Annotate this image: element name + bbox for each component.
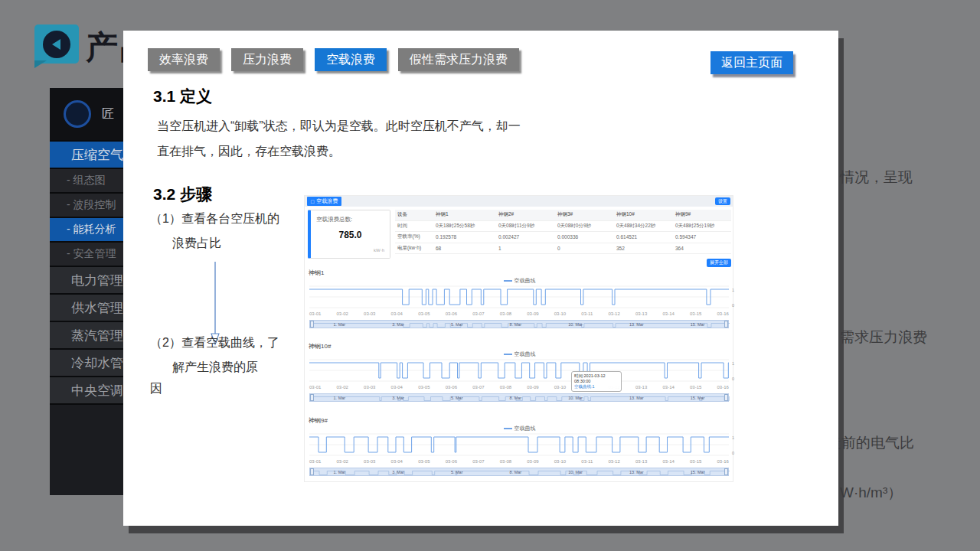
tab-0[interactable]: 效率浪费 xyxy=(148,48,220,71)
chart-navigator[interactable]: 1. Mar3. Mar5. Mar8. Mar10. Mar13. Mar15… xyxy=(309,320,729,328)
sidebar-item-4[interactable]: - 安全管理 xyxy=(50,243,123,267)
table-cell: 0天18时25分58秒 xyxy=(433,223,496,230)
x-tick-label: 03-13 xyxy=(635,311,647,316)
legend-label: 空载曲线 xyxy=(514,425,536,431)
chart-navigator[interactable]: 1. Mar3. Mar5. Mar8. Mar10. Mar13. Mar15… xyxy=(309,393,729,402)
table-row: 电量(kw·h)6810352364 xyxy=(395,243,731,255)
device-table: 设备神钢1神钢2#神钢3#神钢10#神钢9#时间0天18时25分58秒0天08时… xyxy=(395,210,731,254)
x-tick-label: 03-13 xyxy=(635,459,647,464)
x-tick-label: 03-04 xyxy=(391,459,403,464)
tab-2[interactable]: 空载浪费 xyxy=(315,48,387,71)
navigator-handle-left[interactable] xyxy=(310,321,314,328)
stat-value: 785.0 xyxy=(311,230,390,240)
table-cell: 68 xyxy=(433,246,496,251)
table-header-cell: 神钢10# xyxy=(614,211,673,218)
table-header-cell: 神钢1 xyxy=(433,211,496,218)
navigator-label: 1. Mar xyxy=(334,470,346,474)
sidebar-item-2[interactable]: - 波段控制 xyxy=(50,194,123,218)
navigator-handle-right[interactable] xyxy=(724,394,728,401)
table-cell: 时间 xyxy=(395,223,433,230)
definition-heading: 3.1 定义 xyxy=(153,86,212,107)
sidebar-item-0[interactable]: 压缩空气 xyxy=(50,142,123,169)
sidebar-item-5[interactable]: 电力管理 xyxy=(50,267,123,295)
svg-text:1: 1 xyxy=(732,435,734,440)
navigator-label: 5. Mar xyxy=(451,322,463,327)
stat-unit: kW·h xyxy=(374,248,384,253)
step2-text-2: 解产生浪费的原 xyxy=(172,360,258,376)
navigator-handle-right[interactable] xyxy=(724,468,728,475)
x-tick-label: 03-04 xyxy=(391,385,403,390)
x-tick-label: 03-07 xyxy=(472,311,484,316)
tab-1[interactable]: 压力浪费 xyxy=(231,48,303,71)
chart-block-2: 神钢9#空载曲线1003-0103-0203-0303-0403-0503-06… xyxy=(305,416,734,480)
x-tick-label: 03-02 xyxy=(337,311,348,316)
navigator-handle-left[interactable] xyxy=(310,394,314,401)
steps-heading: 3.2 步骤 xyxy=(153,184,212,205)
chart-block-0: 神钢1空载曲线1003-0103-0203-0303-0403-0503-060… xyxy=(305,269,734,332)
navigator-label: 13. Mar xyxy=(629,322,644,327)
x-tick-label: 03-16 xyxy=(717,311,729,316)
navigator-handle-right[interactable] xyxy=(724,321,728,328)
table-cell: 0天48时25分19秒 xyxy=(673,223,731,230)
return-home-button[interactable]: 返回主页面 xyxy=(710,51,793,74)
tab-3[interactable]: 假性需求压力浪费 xyxy=(398,48,519,71)
sidebar-item-6[interactable]: 供水管理 xyxy=(50,295,123,322)
table-cell: 0.002427 xyxy=(496,234,555,240)
svg-text:1: 1 xyxy=(732,288,734,292)
table-row: 空载率(%)0.1925780.0024270.0003360.6145210.… xyxy=(395,232,731,243)
step2-text: （2）查看空载曲线，了 xyxy=(150,335,279,351)
sidebar-item-1[interactable]: - 组态图 xyxy=(50,169,123,194)
navigator-label: 10. Mar xyxy=(568,396,583,400)
chart-title: 神钢1 xyxy=(309,269,324,277)
x-tick-label: 03-11 xyxy=(581,311,593,316)
x-tick-label: 03-04 xyxy=(391,311,403,316)
table-cell: 0天08时0分9秒 xyxy=(555,223,614,230)
chart-navigator[interactable]: 1. Mar3. Mar5. Mar8. Mar10. Mar13. Mar15… xyxy=(309,468,729,476)
navigator-label: 5. Mar xyxy=(451,396,463,400)
x-tick-label: 03-14 xyxy=(662,459,674,464)
chart-x-axis-labels: 03-0103-0203-0303-0403-0503-0603-0703-08… xyxy=(309,459,729,464)
dashboard-header: □ 空载浪费 设置 xyxy=(305,196,733,207)
navigator-label: 3. Mar xyxy=(392,396,404,400)
sidebar-item-7[interactable]: 蒸汽管理 xyxy=(50,322,123,350)
x-tick-label: 03-06 xyxy=(446,459,457,464)
table-header-cell: 神钢3# xyxy=(555,211,614,218)
table-header-cell: 神钢2# xyxy=(496,211,555,218)
x-tick-label: 03-10 xyxy=(554,385,566,390)
definition-text: 当空压机进入“卸载”状态，即认为是空载。此时空压机不产气，却一 直在排气，因此，… xyxy=(157,113,563,164)
x-tick-label: 03-14 xyxy=(662,311,674,316)
x-tick-label: 03-05 xyxy=(418,311,430,316)
table-cell: 空载率(%) xyxy=(395,233,433,240)
settings-button[interactable]: 设置 xyxy=(715,197,730,205)
navigator-handle-left[interactable] xyxy=(310,468,314,475)
legend-label: 空载曲线 xyxy=(514,351,536,357)
x-tick-label: 03-14 xyxy=(662,385,674,390)
x-tick-label: 03-15 xyxy=(690,459,701,464)
x-tick-label: 03-02 xyxy=(337,385,348,390)
table-cell: 0.594347 xyxy=(673,234,731,240)
sidebar-item-8[interactable]: 冷却水管理 xyxy=(50,350,123,377)
table-cell: 0 xyxy=(555,246,614,251)
navigator-label: 13. Mar xyxy=(629,396,644,400)
slide-back-icon[interactable] xyxy=(34,24,79,64)
chart-plot-area[interactable]: 10 xyxy=(309,357,739,383)
navigator-label: 13. Mar xyxy=(629,470,644,474)
chart-tooltip: 时间:2021-03-12 08:30:00空载曲线:1 xyxy=(571,371,622,392)
stat-label: 空载浪费总数: xyxy=(316,216,390,223)
x-tick-label: 03-05 xyxy=(418,459,430,464)
x-tick-label: 03-07 xyxy=(472,459,484,464)
expand-all-button[interactable]: 展开全部 xyxy=(707,259,731,267)
navigator-label: 1. Mar xyxy=(334,396,346,400)
chart-plot-area[interactable]: 10 xyxy=(309,432,739,458)
table-cell: 0.000336 xyxy=(555,234,614,240)
app-logo-icon xyxy=(64,100,91,128)
table-header-cell: 神钢9# xyxy=(673,211,731,218)
sidebar-item-9[interactable]: 中央空调管理 xyxy=(50,377,123,405)
chart-plot-area[interactable]: 10 xyxy=(309,284,739,310)
navigator-label: 8. Mar xyxy=(510,322,522,327)
legend-label: 空载曲线 xyxy=(514,278,536,283)
sidebar-item-3[interactable]: - 能耗分析 xyxy=(50,218,123,243)
sidebar-logo: 匠 xyxy=(50,88,123,142)
table-header-row: 设备神钢1神钢2#神钢3#神钢10#神钢9# xyxy=(395,210,731,221)
background-text-fragment-2: 造前的电气比 xyxy=(827,433,914,453)
